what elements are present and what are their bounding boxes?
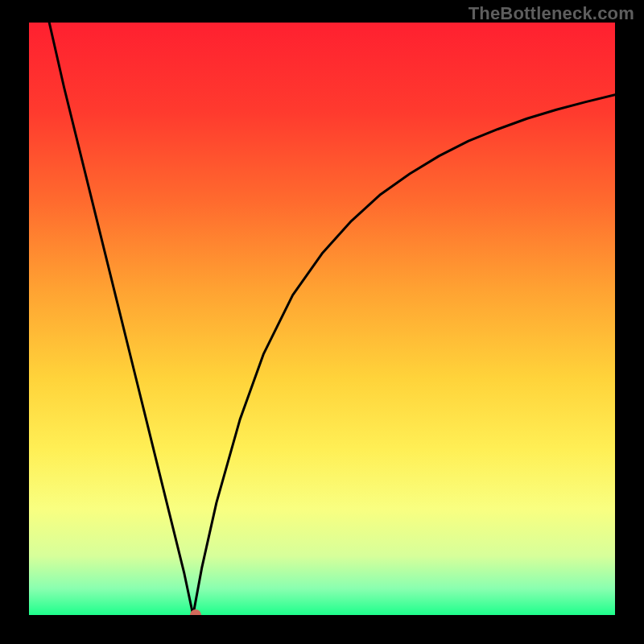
optimal-point-marker [190, 609, 201, 615]
chart-frame: TheBottleneck.com [0, 0, 644, 644]
watermark-text: TheBottleneck.com [469, 3, 634, 24]
plot-area [29, 23, 615, 615]
bottleneck-curve [29, 23, 615, 615]
